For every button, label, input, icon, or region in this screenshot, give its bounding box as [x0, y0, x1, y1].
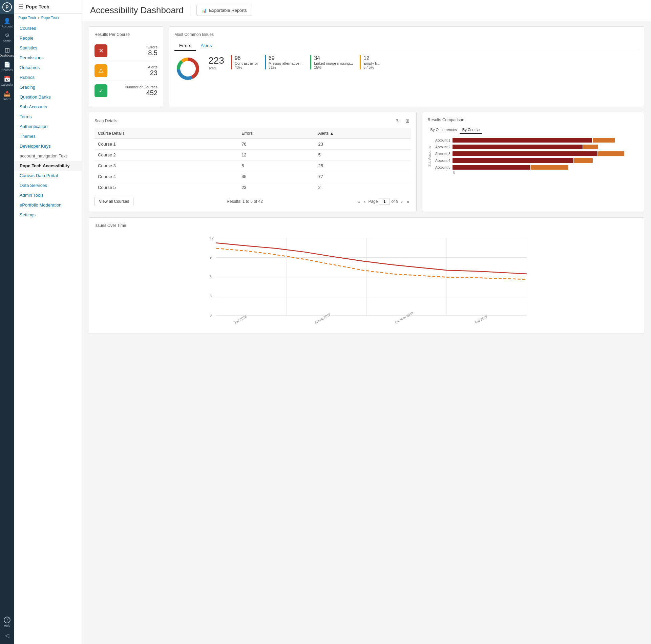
export-reports-button[interactable]: 📊 Exportable Reports: [196, 5, 252, 16]
issue-missing-alt: 69 Missing alternative ... 31%: [265, 55, 303, 69]
first-page-button[interactable]: «: [356, 198, 361, 205]
page-title: Accessibility Dashboard: [90, 5, 184, 16]
page-input[interactable]: [379, 198, 390, 205]
sidebar-item-statistics[interactable]: Statistics: [14, 43, 82, 53]
contrast-error-count: 96: [235, 55, 258, 61]
bar-row-account3: Account 3: [433, 151, 638, 156]
sidebar-item-authentication[interactable]: Authentication: [14, 122, 82, 131]
sidebar-item-people[interactable]: People: [14, 33, 82, 43]
calendar-icon: 📅: [4, 76, 10, 82]
cards-row: Results Per Course ✕ Errors 8.5 ⚠ Alerts…: [89, 26, 644, 106]
comp-tab-course[interactable]: By Course: [460, 126, 482, 134]
rail-item-admin[interactable]: ⚙ Admin: [0, 30, 14, 45]
x-label-summer2019: Summer 2019: [394, 311, 414, 324]
comp-tab-occurrences[interactable]: By Occurrences: [428, 126, 460, 134]
sidebar-item-data-services[interactable]: Data Services: [14, 180, 82, 190]
col-errors: Errors: [238, 128, 315, 139]
bar-orange-3: [598, 151, 624, 156]
hamburger-icon[interactable]: ☰: [18, 3, 23, 10]
left-rail: P 👤 Account ⚙ Admin ◫ Dashboard 📄 Course…: [0, 0, 14, 644]
sidebar-item-permissions[interactable]: Permissions: [14, 53, 82, 63]
prev-page-button[interactable]: ‹: [363, 198, 367, 205]
rail-item-dashboard[interactable]: ◫ Dashboard: [0, 45, 14, 59]
sidebar-item-rubrics[interactable]: Rubrics: [14, 72, 82, 82]
axis-zero: 0: [453, 171, 455, 175]
course-5-name: Course 5: [94, 182, 238, 193]
sidebar-item-terms[interactable]: Terms: [14, 112, 82, 122]
rail-label-dashboard: Dashboard: [0, 54, 15, 57]
grid-button[interactable]: ⊞: [404, 117, 411, 124]
course-2-errors: 12: [238, 150, 315, 160]
col-course-details: Course Details: [94, 128, 238, 139]
bar-red-4: [453, 158, 573, 163]
course-2-name: Course 2: [94, 150, 238, 160]
app-logo[interactable]: P: [0, 0, 14, 14]
pagination: « ‹ Page of 9 › »: [356, 198, 411, 205]
col-alerts: Alerts ▲: [315, 128, 411, 139]
sidebar-item-settings[interactable]: Settings: [14, 210, 82, 220]
most-common-issues-card: Most Common Issues Errors Alerts: [169, 26, 644, 106]
refresh-button[interactable]: ↻: [395, 117, 401, 124]
rail-item-help[interactable]: ? Help: [0, 615, 14, 629]
rail-item-calendar[interactable]: 📅 Calendar: [0, 74, 14, 88]
sidebar-item-themes[interactable]: Themes: [14, 131, 82, 141]
bar-orange-2: [583, 145, 598, 149]
breadcrumb-parent[interactable]: Pope Tech: [18, 16, 36, 20]
total-number: 223: [208, 55, 224, 66]
sidebar-item-developer-keys[interactable]: Developer Keys: [14, 141, 82, 151]
tab-errors[interactable]: Errors: [174, 41, 196, 51]
sidebar-item-question-banks[interactable]: Question Banks: [14, 92, 82, 102]
dashboard-icon: ◫: [5, 47, 10, 53]
donut-chart: [174, 55, 202, 82]
courses-icon: 📄: [4, 61, 10, 68]
time-chart-svg: 12 9 6 3 0: [94, 232, 638, 327]
time-card-title: Issues Over Time: [94, 223, 638, 228]
bar-row-account4: Account 4: [433, 158, 638, 163]
table-head: Course Details Errors Alerts ▲: [94, 128, 411, 139]
table-row: Course 1 76 23: [94, 139, 411, 150]
page-of: of: [391, 199, 395, 204]
bar-container-2: [453, 145, 638, 149]
comparison-tabs: By Occurrences By Course: [428, 126, 638, 134]
x-label-fall2018: Fall 2018: [234, 315, 247, 324]
bar-row-account5: Account 5: [433, 165, 638, 170]
sidebar-item-sub-accounts[interactable]: Sub-Accounts: [14, 102, 82, 112]
sidebar-item-outcomes[interactable]: Outcomes: [14, 63, 82, 72]
x-label-fall2019: Fall 2019: [475, 315, 488, 324]
results-card-title: Results Per Course: [94, 32, 158, 37]
account-icon: 👤: [4, 18, 10, 24]
inbox-icon: 📥: [4, 90, 10, 97]
missing-alt-name: Missing alternative ...: [269, 61, 303, 65]
sidebar-item-admin-tools[interactable]: Admin Tools: [14, 190, 82, 200]
next-page-button[interactable]: ›: [400, 198, 404, 205]
issues-list: 96 Contrast Error 43% 69 Missing alterna…: [231, 55, 387, 69]
y-label-9: 9: [210, 255, 212, 259]
total-label: Total: [208, 66, 224, 70]
sidebar-item-eportfolio[interactable]: ePortfolio Moderation: [14, 200, 82, 210]
alerts-text: Alerts 23: [111, 65, 158, 77]
table-body: Course 1 76 23 Course 2 12 5 Course 3 5: [94, 139, 411, 193]
bar-red-1: [453, 138, 592, 143]
rail-item-inbox[interactable]: 📥 Inbox: [0, 88, 14, 103]
bar-chart-area: Account 1 Account 2: [433, 138, 638, 175]
rail-collapse-btn[interactable]: ◁: [0, 629, 14, 641]
sidebar-item-canvas-data[interactable]: Canvas Data Portal: [14, 171, 82, 180]
donut-svg: [174, 55, 202, 82]
view-all-courses-button[interactable]: View all Courses: [94, 197, 133, 206]
main-header: Accessibility Dashboard | 📊 Exportable R…: [82, 0, 651, 21]
sidebar-item-courses[interactable]: Courses: [14, 23, 82, 33]
rail-item-account[interactable]: 👤 Account: [0, 16, 14, 30]
linked-image-name: Linked image missing...: [314, 61, 353, 65]
table-row: Course 2 12 5: [94, 150, 411, 160]
last-page-button[interactable]: »: [405, 198, 411, 205]
sidebar-item-account-nav[interactable]: account_navigation Text: [14, 151, 82, 161]
errors-text: Errors 8.5: [111, 45, 158, 57]
y-label-0: 0: [210, 313, 212, 317]
rail-label-admin: Admin: [3, 39, 12, 43]
sidebar-item-grading[interactable]: Grading: [14, 82, 82, 92]
tab-alerts[interactable]: Alerts: [196, 41, 216, 51]
page-total: 9: [396, 199, 398, 204]
empty-li-count: 12: [363, 55, 387, 61]
sidebar-item-pope-tech[interactable]: Pope Tech Accessibility: [14, 161, 82, 171]
rail-item-courses[interactable]: 📄 Courses: [0, 59, 14, 74]
